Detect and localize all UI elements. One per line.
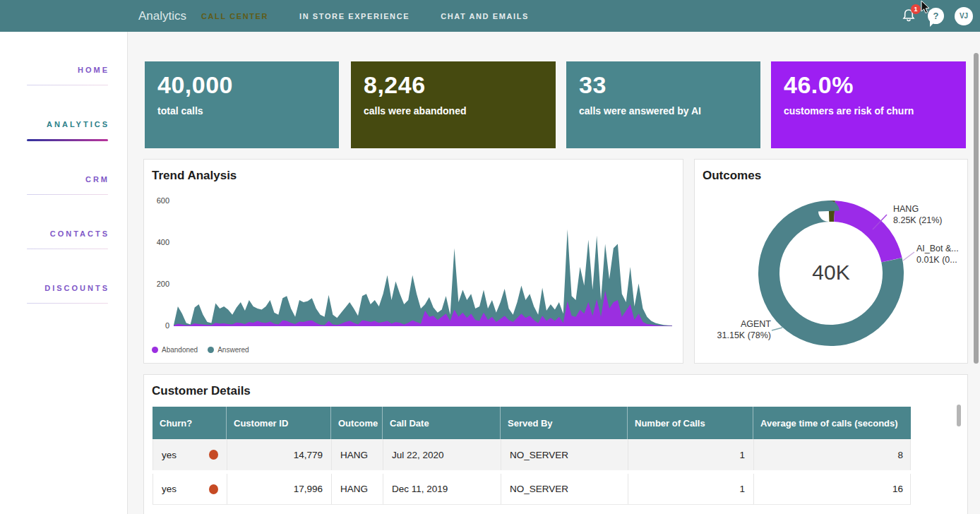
trend-y-tick: 0 <box>148 321 169 330</box>
kpi-card-total-calls: 40,000total calls <box>145 61 339 148</box>
cell-avg_time: 8 <box>754 439 912 470</box>
sidebar-item-underline <box>27 139 108 141</box>
churn-dot-icon <box>209 450 218 460</box>
cell-customer_id: 17,996 <box>227 474 332 504</box>
outcomes-title: Outcomes <box>703 169 761 183</box>
sidebar-item-label: CONTACTS <box>0 229 128 238</box>
sidebar-item-label: DISCOUNTS <box>0 284 128 292</box>
kpi-card-calls-were-abandoned: 8,246calls were abandoned <box>351 61 556 148</box>
legend-dot <box>152 347 158 353</box>
kpi-label: customers are risk of churn <box>784 105 953 116</box>
help-button[interactable]: ? <box>928 8 944 24</box>
customer-details-table: Churn?Customer IDOutcomeCall DateServed … <box>153 407 911 505</box>
trend-legend: AbandonedAnswered <box>152 346 249 354</box>
notification-badge: 1 <box>911 4 921 14</box>
sidebar-item-label: HOME <box>0 66 128 74</box>
column-header-number-of-calls: Number of Calls <box>628 407 753 439</box>
trend-y-tick: 600 <box>148 196 169 205</box>
table-header-row: Churn?Customer IDOutcomeCall DateServed … <box>153 407 911 439</box>
sidebar-item-contacts[interactable]: CONTACTS <box>0 229 128 262</box>
table-body: yes14,779HANGJul 22, 2020NO_SERVER18yes1… <box>153 439 911 505</box>
kpi-card-calls-were-answered-by-ai: 33calls were answered by AI <box>566 61 760 148</box>
cell-served_by: NO_SERVER <box>501 474 628 504</box>
column-header-call-date: Call Date <box>383 407 501 439</box>
kpi-value: 40,000 <box>157 71 326 99</box>
sidebar-item-analytics[interactable]: ANALYTICS <box>0 120 128 153</box>
trend-area-chart <box>174 201 672 327</box>
kpi-label: total calls <box>157 105 326 116</box>
cell-num_calls: 1 <box>628 439 754 470</box>
callout-hang: HANG 8.25K (21%) <box>893 203 942 226</box>
trend-y-tick: 200 <box>148 280 169 288</box>
callout-line-agent <box>772 328 782 330</box>
legend-item-answered: Answered <box>208 346 249 354</box>
churn-dot-icon <box>209 484 218 494</box>
sidebar-item-underline <box>27 249 108 249</box>
page-scrollbar[interactable] <box>974 53 979 364</box>
cell-outcome: HANG <box>332 439 383 470</box>
page-title: Analytics <box>138 0 186 32</box>
customer-details-card: Customer Details Churn?Customer IDOutcom… <box>143 374 968 514</box>
cell-served_by: NO_SERVER <box>501 439 628 470</box>
sidebar-item-crm[interactable]: CRM <box>0 175 128 208</box>
cell-churn: yes <box>153 439 227 470</box>
tab-call-center[interactable]: CALL CENTER <box>201 12 268 20</box>
cell-call_date: Jul 22, 2020 <box>383 439 501 470</box>
column-header-customer-id: Customer ID <box>227 407 331 439</box>
table-row[interactable]: yes14,779HANGJul 22, 2020NO_SERVER18 <box>153 439 911 470</box>
kpi-label: calls were abandoned <box>364 105 543 116</box>
callout-aibot: AI_Bot &... 0.01K (0... <box>916 243 959 265</box>
sidebar: HOMEANALYTICSCRMCONTACTSDISCOUNTS <box>0 32 128 514</box>
tab-in-store-experience[interactable]: IN STORE EXPERIENCE <box>299 12 410 20</box>
callout-line-aibot <box>903 252 914 261</box>
legend-label: Abandoned <box>162 346 198 354</box>
outcomes-card: Outcomes 40K HANG 8.25K (21%) AI_Bot &..… <box>694 159 968 364</box>
trend-y-tick: 400 <box>148 238 169 246</box>
notifications-button[interactable]: 1 <box>902 8 917 25</box>
table-row[interactable]: yes17,996HANGDec 11, 2019NO_SERVER116 <box>153 474 911 505</box>
churn-value: yes <box>162 450 177 460</box>
column-header-churn: Churn? <box>153 407 227 439</box>
sidebar-item-underline <box>27 85 108 85</box>
avatar[interactable]: VJ <box>955 7 973 25</box>
customer-details-title: Customer Details <box>152 384 251 398</box>
donut-center-total: 40K <box>796 261 866 285</box>
cell-customer_id: 14,779 <box>227 439 332 470</box>
kpi-value: 33 <box>579 71 748 99</box>
column-header-outcome: Outcome <box>331 407 383 439</box>
sidebar-item-home[interactable]: HOME <box>0 66 128 98</box>
trend-title: Trend Analysis <box>152 169 237 183</box>
sidebar-item-label: ANALYTICS <box>0 120 128 128</box>
kpi-value: 46.0% <box>784 71 953 99</box>
legend-item-abandoned: Abandoned <box>152 346 198 354</box>
header-tabs: CALL CENTERIN STORE EXPERIENCECHAT AND E… <box>201 0 529 32</box>
kpi-value: 8,246 <box>364 71 543 99</box>
churn-value: yes <box>162 484 177 494</box>
sidebar-item-underline <box>27 194 108 195</box>
callout-agent: AGENT 31.15K (78%) <box>706 318 771 341</box>
question-icon: ? <box>933 11 939 21</box>
legend-dot <box>208 347 214 353</box>
sidebar-item-label: CRM <box>0 175 128 184</box>
trend-analysis-card: Trend Analysis 6004002000 AbandonedAnswe… <box>143 159 683 364</box>
table-scrollbar[interactable] <box>957 405 961 426</box>
legend-label: Answered <box>217 346 249 354</box>
column-header-average-time-of-calls-seconds: Average time of calls (seconds) <box>753 407 911 439</box>
cell-num_calls: 1 <box>628 474 754 504</box>
cell-avg_time: 16 <box>754 474 912 504</box>
tab-chat-and-emails[interactable]: CHAT AND EMAILS <box>441 12 529 20</box>
kpi-label: calls were answered by AI <box>579 105 748 116</box>
cell-outcome: HANG <box>332 474 383 504</box>
sidebar-item-underline <box>27 303 108 304</box>
column-header-served-by: Served By <box>501 407 628 439</box>
cell-call_date: Dec 11, 2019 <box>383 474 501 504</box>
cell-churn: yes <box>153 474 227 504</box>
sidebar-item-discounts[interactable]: DISCOUNTS <box>0 284 128 316</box>
kpi-card-customers-are-risk-of-churn: 46.0%customers are risk of churn <box>771 61 966 148</box>
top-bar: Analytics CALL CENTERIN STORE EXPERIENCE… <box>0 0 980 32</box>
